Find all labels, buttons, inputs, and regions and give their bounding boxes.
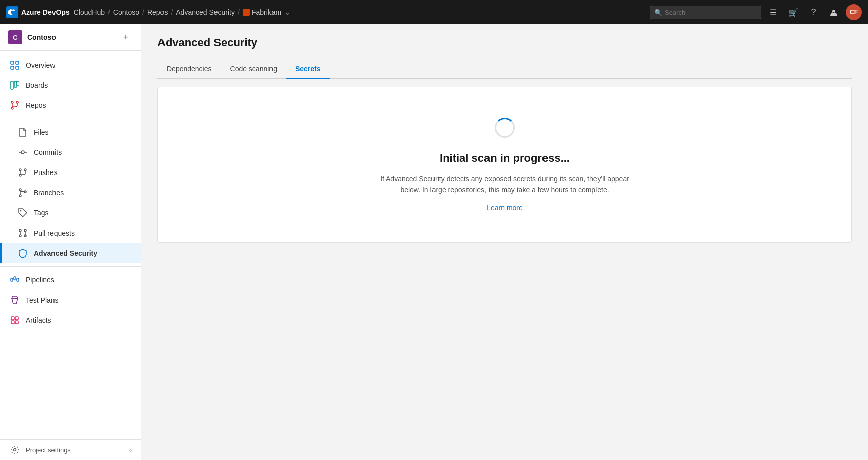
sidebar-nav: Overview Boards Repos <box>0 51 141 439</box>
org-info: C Contoso <box>8 30 56 44</box>
sidebar-item-advanced-security[interactable]: Advanced Security <box>0 243 141 263</box>
svg-point-37 <box>14 449 16 451</box>
pushes-icon <box>18 167 28 178</box>
learn-more-link[interactable]: Learn more <box>486 204 523 212</box>
tab-code-scanning[interactable]: Code scanning <box>221 60 286 79</box>
settings-icon <box>10 445 20 455</box>
artifacts-icon <box>10 315 20 325</box>
breadcrumb-advanced-security[interactable]: Advanced Security <box>176 8 235 16</box>
sidebar-item-label-artifacts: Artifacts <box>26 316 51 324</box>
svg-point-11 <box>21 151 24 154</box>
svg-rect-30 <box>17 278 19 281</box>
tab-dependencies[interactable]: Dependencies <box>157 60 221 79</box>
sidebar-item-label-project-settings: Project settings <box>26 446 71 454</box>
search-input[interactable] <box>650 6 761 19</box>
user-avatar[interactable]: CF <box>846 4 862 20</box>
logo-icon <box>6 6 18 18</box>
sidebar-item-pipelines[interactable]: Pipelines <box>0 270 141 290</box>
sidebar-item-label-boards: Boards <box>26 81 48 89</box>
main-content: Advanced Security Dependencies Code scan… <box>141 24 868 460</box>
sidebar-item-pushes[interactable]: Pushes <box>0 162 141 183</box>
svg-rect-1 <box>16 61 19 64</box>
svg-rect-33 <box>11 317 14 320</box>
scan-title: Initial scan in progress... <box>440 152 570 165</box>
tab-secrets[interactable]: Secrets <box>286 60 330 79</box>
sidebar-item-label-pipelines: Pipelines <box>26 276 55 284</box>
breadcrumb: CloudHub / Contoso / Repos / Advanced Se… <box>74 8 291 16</box>
chevron-down-icon: ⌄ <box>284 8 290 16</box>
sidebar-item-overview[interactable]: Overview <box>0 55 141 75</box>
list-icon-button[interactable]: ☰ <box>765 4 781 20</box>
sidebar-item-label-test-plans: Test Plans <box>26 296 59 304</box>
breadcrumb-cloudhub[interactable]: CloudHub <box>74 8 105 16</box>
search-wrapper: 🔍 <box>650 6 761 19</box>
org-name: Contoso <box>27 33 56 41</box>
svg-rect-2 <box>11 66 14 69</box>
tags-icon <box>18 208 28 218</box>
sidebar: C Contoso + Overview Boards <box>0 24 141 460</box>
sidebar-item-label-branches: Branches <box>34 189 64 197</box>
sidebar-item-project-settings[interactable]: Project settings « <box>0 440 141 460</box>
top-navigation: Azure DevOps CloudHub / Contoso / Repos … <box>0 0 868 24</box>
svg-rect-28 <box>11 278 13 281</box>
org-icon: C <box>8 30 22 44</box>
svg-point-9 <box>16 101 18 103</box>
pipelines-icon <box>10 275 20 285</box>
sidebar-item-files[interactable]: Files <box>0 122 141 142</box>
sidebar-item-label-repos: Repos <box>26 101 46 109</box>
shopping-bag-icon-button[interactable]: 🛒 <box>785 4 801 20</box>
svg-point-18 <box>19 189 21 191</box>
topnav-actions: 🔍 ☰ 🛒 ? CF <box>650 4 862 20</box>
test-plans-icon <box>10 295 20 305</box>
scan-description: If Advanced Security detects any exposed… <box>378 173 631 196</box>
svg-point-16 <box>24 169 26 171</box>
svg-rect-29 <box>14 277 16 279</box>
sidebar-header: C Contoso + <box>0 24 141 51</box>
svg-rect-0 <box>11 61 14 64</box>
advanced-security-icon <box>18 248 28 258</box>
repo-dot-icon <box>243 9 250 16</box>
breadcrumb-fabrikam-link[interactable]: Fabrikam <box>252 8 281 16</box>
svg-point-22 <box>20 210 22 212</box>
sidebar-item-label-overview: Overview <box>26 61 55 69</box>
sidebar-item-boards[interactable]: Boards <box>0 75 141 95</box>
sidebar-item-artifacts[interactable]: Artifacts <box>0 310 141 330</box>
sidebar-item-label-pull-requests: Pull requests <box>34 229 75 237</box>
breadcrumb-repos[interactable]: Repos <box>147 8 168 16</box>
sidebar-divider-2 <box>0 266 141 267</box>
sidebar-item-commits[interactable]: Commits <box>0 142 141 162</box>
overview-icon <box>10 60 20 70</box>
sidebar-item-label-files: Files <box>34 128 49 136</box>
commits-icon <box>18 147 28 157</box>
sidebar-item-test-plans[interactable]: Test Plans <box>0 290 141 310</box>
breadcrumb-contoso[interactable]: Contoso <box>113 8 139 16</box>
sidebar-item-branches[interactable]: Branches <box>0 183 141 203</box>
help-icon-button[interactable]: ? <box>805 4 822 20</box>
add-project-button[interactable]: + <box>119 30 133 44</box>
svg-rect-35 <box>11 321 14 324</box>
page-title: Advanced Security <box>157 36 852 49</box>
svg-rect-34 <box>15 317 18 320</box>
user-settings-icon-button[interactable] <box>826 4 842 20</box>
branches-icon <box>18 188 28 198</box>
sidebar-item-tags[interactable]: Tags <box>0 203 141 223</box>
tabs-bar: Dependencies Code scanning Secrets <box>157 60 852 79</box>
repos-icon <box>10 100 20 110</box>
files-icon <box>18 127 28 137</box>
sidebar-divider-1 <box>0 119 141 119</box>
sidebar-item-repos[interactable]: Repos <box>0 95 141 116</box>
svg-point-23 <box>19 229 21 232</box>
svg-rect-36 <box>15 321 18 324</box>
svg-point-8 <box>11 107 13 109</box>
boards-icon <box>10 80 20 90</box>
svg-point-24 <box>19 235 21 237</box>
svg-point-19 <box>19 195 21 197</box>
sidebar-item-label-commits: Commits <box>34 148 62 156</box>
main-layout: C Contoso + Overview Boards <box>0 24 868 460</box>
svg-rect-3 <box>16 66 19 69</box>
svg-point-25 <box>24 229 26 232</box>
azure-devops-logo[interactable]: Azure DevOps <box>6 6 70 18</box>
sidebar-item-pull-requests[interactable]: Pull requests <box>0 223 141 243</box>
sidebar-footer: Project settings « <box>0 439 141 460</box>
collapse-icon: « <box>129 446 133 454</box>
